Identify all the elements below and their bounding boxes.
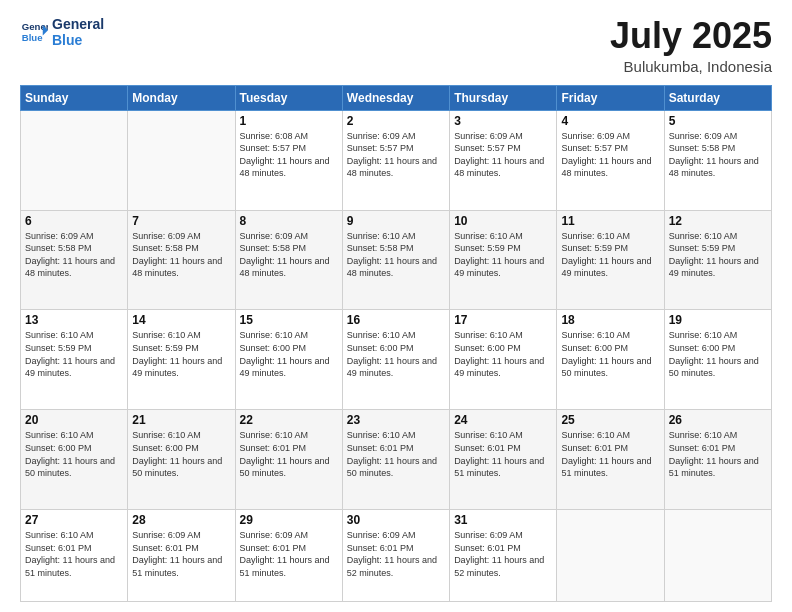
calendar-cell: 27Sunrise: 6:10 AM Sunset: 6:01 PM Dayli…: [21, 510, 128, 602]
weekday-tuesday: Tuesday: [235, 85, 342, 110]
day-info: Sunrise: 6:10 AM Sunset: 5:59 PM Dayligh…: [561, 230, 659, 280]
calendar-cell: 31Sunrise: 6:09 AM Sunset: 6:01 PM Dayli…: [450, 510, 557, 602]
calendar-cell: 8Sunrise: 6:09 AM Sunset: 5:58 PM Daylig…: [235, 210, 342, 310]
day-info: Sunrise: 6:09 AM Sunset: 5:58 PM Dayligh…: [25, 230, 123, 280]
day-info: Sunrise: 6:10 AM Sunset: 5:58 PM Dayligh…: [347, 230, 445, 280]
day-info: Sunrise: 6:10 AM Sunset: 5:59 PM Dayligh…: [454, 230, 552, 280]
day-number: 18: [561, 313, 659, 327]
calendar-cell: 5Sunrise: 6:09 AM Sunset: 5:58 PM Daylig…: [664, 110, 771, 210]
day-info: Sunrise: 6:09 AM Sunset: 5:57 PM Dayligh…: [561, 130, 659, 180]
day-number: 22: [240, 413, 338, 427]
weekday-monday: Monday: [128, 85, 235, 110]
day-info: Sunrise: 6:09 AM Sunset: 6:01 PM Dayligh…: [132, 529, 230, 579]
day-info: Sunrise: 6:10 AM Sunset: 6:01 PM Dayligh…: [347, 429, 445, 479]
calendar-cell: [557, 510, 664, 602]
day-number: 25: [561, 413, 659, 427]
day-number: 6: [25, 214, 123, 228]
weekday-sunday: Sunday: [21, 85, 128, 110]
calendar-cell: 21Sunrise: 6:10 AM Sunset: 6:00 PM Dayli…: [128, 410, 235, 510]
day-number: 24: [454, 413, 552, 427]
day-number: 17: [454, 313, 552, 327]
calendar-cell: 26Sunrise: 6:10 AM Sunset: 6:01 PM Dayli…: [664, 410, 771, 510]
calendar-week-2: 6Sunrise: 6:09 AM Sunset: 5:58 PM Daylig…: [21, 210, 772, 310]
day-number: 10: [454, 214, 552, 228]
day-info: Sunrise: 6:08 AM Sunset: 5:57 PM Dayligh…: [240, 130, 338, 180]
calendar-cell: 13Sunrise: 6:10 AM Sunset: 5:59 PM Dayli…: [21, 310, 128, 410]
calendar-cell: 25Sunrise: 6:10 AM Sunset: 6:01 PM Dayli…: [557, 410, 664, 510]
weekday-saturday: Saturday: [664, 85, 771, 110]
day-number: 19: [669, 313, 767, 327]
day-number: 20: [25, 413, 123, 427]
calendar-cell: 18Sunrise: 6:10 AM Sunset: 6:00 PM Dayli…: [557, 310, 664, 410]
calendar-cell: 7Sunrise: 6:09 AM Sunset: 5:58 PM Daylig…: [128, 210, 235, 310]
calendar-cell: 15Sunrise: 6:10 AM Sunset: 6:00 PM Dayli…: [235, 310, 342, 410]
day-number: 7: [132, 214, 230, 228]
weekday-friday: Friday: [557, 85, 664, 110]
day-info: Sunrise: 6:10 AM Sunset: 6:00 PM Dayligh…: [347, 329, 445, 379]
day-number: 15: [240, 313, 338, 327]
day-number: 21: [132, 413, 230, 427]
day-info: Sunrise: 6:10 AM Sunset: 6:01 PM Dayligh…: [454, 429, 552, 479]
calendar-cell: [664, 510, 771, 602]
weekday-header-row: SundayMondayTuesdayWednesdayThursdayFrid…: [21, 85, 772, 110]
day-info: Sunrise: 6:10 AM Sunset: 6:00 PM Dayligh…: [669, 329, 767, 379]
day-info: Sunrise: 6:10 AM Sunset: 6:00 PM Dayligh…: [561, 329, 659, 379]
day-info: Sunrise: 6:10 AM Sunset: 6:01 PM Dayligh…: [561, 429, 659, 479]
calendar-cell: [128, 110, 235, 210]
calendar-table: SundayMondayTuesdayWednesdayThursdayFrid…: [20, 85, 772, 602]
calendar-cell: 12Sunrise: 6:10 AM Sunset: 5:59 PM Dayli…: [664, 210, 771, 310]
day-info: Sunrise: 6:10 AM Sunset: 5:59 PM Dayligh…: [669, 230, 767, 280]
day-number: 5: [669, 114, 767, 128]
month-title: July 2025: [610, 16, 772, 56]
day-info: Sunrise: 6:09 AM Sunset: 6:01 PM Dayligh…: [347, 529, 445, 579]
day-number: 14: [132, 313, 230, 327]
day-info: Sunrise: 6:09 AM Sunset: 5:58 PM Dayligh…: [240, 230, 338, 280]
day-info: Sunrise: 6:10 AM Sunset: 6:01 PM Dayligh…: [669, 429, 767, 479]
day-number: 2: [347, 114, 445, 128]
calendar-cell: 2Sunrise: 6:09 AM Sunset: 5:57 PM Daylig…: [342, 110, 449, 210]
calendar-cell: 23Sunrise: 6:10 AM Sunset: 6:01 PM Dayli…: [342, 410, 449, 510]
day-info: Sunrise: 6:10 AM Sunset: 6:00 PM Dayligh…: [240, 329, 338, 379]
calendar-cell: 28Sunrise: 6:09 AM Sunset: 6:01 PM Dayli…: [128, 510, 235, 602]
day-number: 29: [240, 513, 338, 527]
calendar-cell: 17Sunrise: 6:10 AM Sunset: 6:00 PM Dayli…: [450, 310, 557, 410]
calendar-cell: 9Sunrise: 6:10 AM Sunset: 5:58 PM Daylig…: [342, 210, 449, 310]
calendar-cell: 10Sunrise: 6:10 AM Sunset: 5:59 PM Dayli…: [450, 210, 557, 310]
day-number: 11: [561, 214, 659, 228]
title-area: July 2025 Bulukumba, Indonesia: [610, 16, 772, 75]
weekday-thursday: Thursday: [450, 85, 557, 110]
day-number: 12: [669, 214, 767, 228]
day-number: 30: [347, 513, 445, 527]
day-info: Sunrise: 6:09 AM Sunset: 5:58 PM Dayligh…: [669, 130, 767, 180]
calendar-cell: 29Sunrise: 6:09 AM Sunset: 6:01 PM Dayli…: [235, 510, 342, 602]
day-number: 27: [25, 513, 123, 527]
header: General Blue General Blue July 2025 Bulu…: [20, 16, 772, 75]
logo-blue: Blue: [52, 32, 104, 48]
day-info: Sunrise: 6:10 AM Sunset: 5:59 PM Dayligh…: [132, 329, 230, 379]
day-number: 23: [347, 413, 445, 427]
calendar-cell: 14Sunrise: 6:10 AM Sunset: 5:59 PM Dayli…: [128, 310, 235, 410]
calendar-week-3: 13Sunrise: 6:10 AM Sunset: 5:59 PM Dayli…: [21, 310, 772, 410]
day-info: Sunrise: 6:09 AM Sunset: 5:57 PM Dayligh…: [347, 130, 445, 180]
day-info: Sunrise: 6:09 AM Sunset: 6:01 PM Dayligh…: [240, 529, 338, 579]
calendar-cell: 6Sunrise: 6:09 AM Sunset: 5:58 PM Daylig…: [21, 210, 128, 310]
day-info: Sunrise: 6:10 AM Sunset: 6:01 PM Dayligh…: [240, 429, 338, 479]
day-number: 3: [454, 114, 552, 128]
day-number: 4: [561, 114, 659, 128]
day-number: 28: [132, 513, 230, 527]
day-number: 9: [347, 214, 445, 228]
day-number: 13: [25, 313, 123, 327]
day-info: Sunrise: 6:10 AM Sunset: 5:59 PM Dayligh…: [25, 329, 123, 379]
day-info: Sunrise: 6:09 AM Sunset: 5:58 PM Dayligh…: [132, 230, 230, 280]
calendar-cell: 3Sunrise: 6:09 AM Sunset: 5:57 PM Daylig…: [450, 110, 557, 210]
calendar-cell: 11Sunrise: 6:10 AM Sunset: 5:59 PM Dayli…: [557, 210, 664, 310]
day-info: Sunrise: 6:10 AM Sunset: 6:00 PM Dayligh…: [25, 429, 123, 479]
logo-general: General: [52, 16, 104, 32]
calendar-week-5: 27Sunrise: 6:10 AM Sunset: 6:01 PM Dayli…: [21, 510, 772, 602]
day-info: Sunrise: 6:10 AM Sunset: 6:01 PM Dayligh…: [25, 529, 123, 579]
svg-text:Blue: Blue: [22, 32, 43, 43]
day-number: 31: [454, 513, 552, 527]
calendar-cell: 24Sunrise: 6:10 AM Sunset: 6:01 PM Dayli…: [450, 410, 557, 510]
weekday-wednesday: Wednesday: [342, 85, 449, 110]
calendar-cell: 1Sunrise: 6:08 AM Sunset: 5:57 PM Daylig…: [235, 110, 342, 210]
